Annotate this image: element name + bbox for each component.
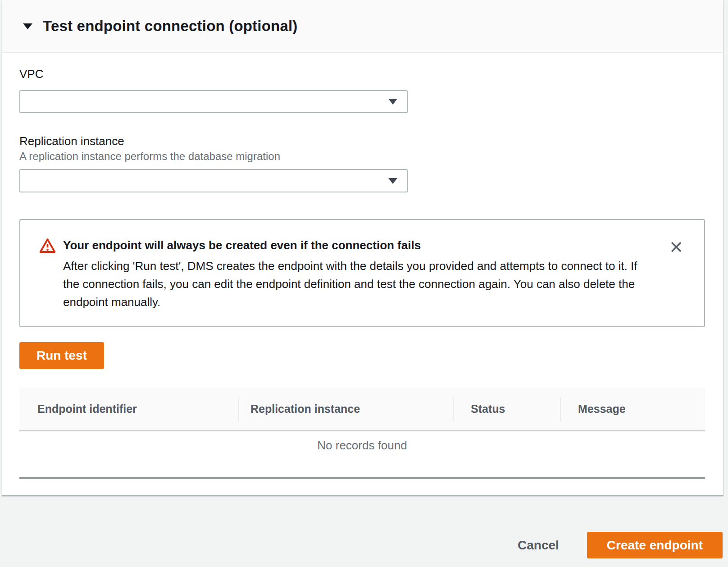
test-endpoint-section: Test endpoint connection (optional) VPC …	[2, 0, 723, 496]
column-header-status: Status	[453, 388, 560, 430]
close-icon[interactable]	[668, 239, 684, 255]
alert-title: Your endpoint will always be created eve…	[63, 235, 649, 255]
collapse-triangle-icon	[23, 23, 33, 30]
section-body: VPC Replication instance A replication i…	[2, 67, 723, 479]
column-header-message: Message	[560, 388, 705, 430]
replication-instance-label: Replication instance	[19, 134, 706, 148]
alert-text-block: Your endpoint will always be created eve…	[63, 235, 649, 311]
column-header-replication-instance: Replication instance	[238, 388, 453, 430]
create-endpoint-button[interactable]: Create endpoint	[587, 532, 723, 558]
cancel-button[interactable]: Cancel	[518, 538, 559, 553]
warning-alert: Your endpoint will always be created eve…	[19, 219, 705, 327]
column-header-endpoint-identifier: Endpoint identifier	[19, 388, 238, 430]
table-header-row: Endpoint identifier Replication instance…	[19, 388, 705, 431]
caret-down-icon	[388, 178, 398, 184]
table-empty-state: No records found	[19, 431, 705, 477]
connection-results-table: Endpoint identifier Replication instance…	[19, 388, 705, 479]
replication-instance-select[interactable]	[19, 169, 408, 192]
section-header-test-endpoint-connection[interactable]: Test endpoint connection (optional)	[2, 0, 723, 53]
vpc-select[interactable]	[19, 90, 408, 113]
vpc-label: VPC	[19, 67, 706, 81]
warning-triangle-icon	[39, 238, 56, 311]
form-footer-actions: Cancel Create endpoint	[0, 532, 723, 558]
replication-instance-description: A replication instance performs the data…	[19, 150, 706, 162]
alert-body: After clicking 'Run test', DMS creates t…	[63, 257, 649, 311]
section-title: Test endpoint connection (optional)	[43, 18, 298, 35]
caret-down-icon	[388, 98, 398, 105]
run-test-button[interactable]: Run test	[19, 342, 104, 369]
